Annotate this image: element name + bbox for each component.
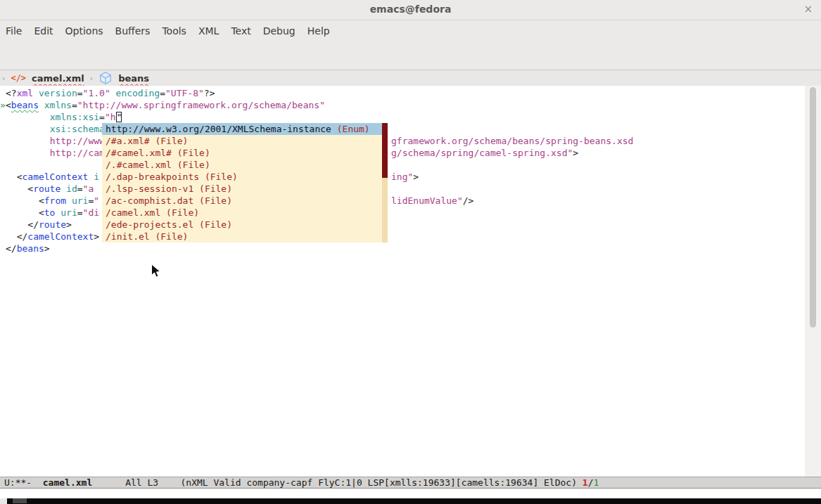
completion-item[interactable]: /ede-projects.el (File) <box>102 219 388 231</box>
close-icon[interactable]: × <box>803 4 813 15</box>
menu-item-edit[interactable]: Edit <box>34 25 53 37</box>
title-bar: emacs@fedora × <box>0 0 821 20</box>
tool-bar: Save Undo <box>0 41 821 70</box>
mouse-cursor-icon <box>151 264 162 282</box>
completion-item[interactable]: /#a.xml# (File) <box>102 135 388 147</box>
breadcrumb: › </> camel.xml › beans <box>0 70 821 86</box>
xml-tag-icon: </> <box>11 73 26 83</box>
completion-item[interactable]: http://www.w3.org/2001/XMLSchema-instanc… <box>102 123 388 135</box>
menu-item-debug[interactable]: Debug <box>263 25 295 37</box>
bottom-patch <box>13 498 27 503</box>
bottom-corner <box>0 498 7 504</box>
menu-item-file[interactable]: File <box>6 25 22 37</box>
menu-item-xml[interactable]: XML <box>198 25 219 37</box>
popup-scrollbar[interactable] <box>382 123 388 243</box>
completion-item[interactable]: /#camel.xml# (File) <box>102 147 388 159</box>
breadcrumb-file[interactable]: camel.xml <box>32 73 84 84</box>
popup-scrollbar-thumb[interactable] <box>382 123 388 178</box>
window-scrollbar-thumb[interactable] <box>810 87 816 328</box>
completion-item[interactable]: /.lsp-session-v1 (File) <box>102 183 388 195</box>
modeline-info: All L3 (nXML Valid company-capf FlyC:1|0… <box>92 477 583 488</box>
completion-popup: http://www.w3.org/2001/XMLSchema-instanc… <box>102 123 388 243</box>
completion-list: http://www.w3.org/2001/XMLSchema-instanc… <box>102 123 388 243</box>
code-line[interactable]: <?xml version="1.0" encoding="UTF-8"?> <box>0 87 805 99</box>
menu-item-options[interactable]: Options <box>65 25 103 37</box>
menu-bar: FileEditOptionsBuffersToolsXMLTextDebugH… <box>0 20 821 41</box>
code-line[interactable]: xmlns:xsi="h" <box>0 111 805 123</box>
code-line[interactable]: »<beans xmlns="http://www.springframewor… <box>0 99 805 111</box>
completion-item[interactable]: /ac-comphist.dat (File) <box>102 195 388 207</box>
menu-item-help[interactable]: Help <box>307 25 330 37</box>
completion-item[interactable]: /.dap-breakpoints (File) <box>102 171 388 183</box>
completion-item[interactable]: /init.el (File) <box>102 231 388 243</box>
completion-item[interactable]: /.#camel.xml (File) <box>102 159 388 171</box>
modeline-error-count[interactable]: 1 <box>583 477 588 488</box>
mode-line: U:**- camel.xml All L3 (nXML Valid compa… <box>0 477 821 489</box>
modeline-ok-count[interactable]: 1 <box>593 477 599 488</box>
completion-item[interactable]: /camel.xml (File) <box>102 207 388 219</box>
fringe-indicator-icon: » <box>0 99 6 111</box>
code-line[interactable]: </beans> <box>0 243 805 254</box>
bottom-edge <box>7 498 821 504</box>
menu-item-buffers[interactable]: Buffers <box>115 25 151 37</box>
modeline-buffer-name[interactable]: camel.xml <box>43 477 92 488</box>
breadcrumb-root-chevron: › <box>2 74 5 83</box>
echo-area[interactable] <box>0 489 821 498</box>
menu-item-text[interactable]: Text <box>231 25 250 37</box>
window-title: emacs@fedora <box>0 4 821 15</box>
window-scrollbar[interactable] <box>805 86 821 477</box>
cube-icon <box>98 71 113 85</box>
breadcrumb-separator: › <box>90 74 93 83</box>
menu-item-tools[interactable]: Tools <box>162 25 186 37</box>
modeline-status: U:**- <box>4 477 43 488</box>
breadcrumb-node[interactable]: beans <box>118 73 149 84</box>
